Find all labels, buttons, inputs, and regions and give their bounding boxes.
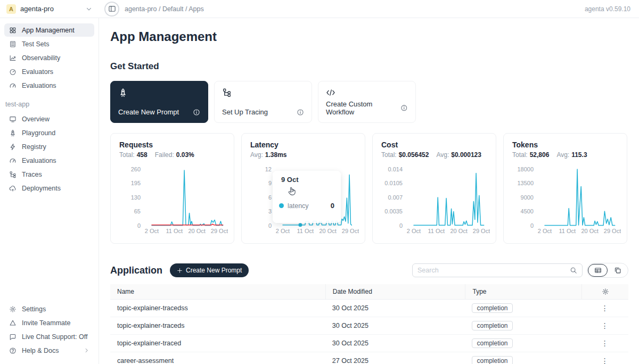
info-icon[interactable] [297, 109, 304, 116]
sidebar-item-observability[interactable]: Observability [4, 51, 94, 64]
table-row-career-assessment[interactable]: career-assessment 27 Oct 2025 completion… [110, 352, 628, 364]
column-header-name[interactable]: Name [110, 284, 325, 299]
get-started-card-create-custom-workflow[interactable]: Create Custom Workflow [318, 81, 416, 123]
main-content: App Management Get Started Create New Pr… [100, 18, 639, 364]
svg-text:0.007: 0.007 [388, 194, 403, 201]
row-actions-menu[interactable]: ⋮ [601, 357, 609, 364]
sidebar-item-invite-teammate[interactable]: Invite Teammate [4, 316, 94, 329]
metric-chart[interactable]: 0651301952602 Oct11 Oct20 Oct29 Oct [119, 161, 228, 236]
get-started-card-create-new-prompt[interactable]: Create New Prompt [110, 81, 208, 123]
sidebar-item-traces[interactable]: Traces [4, 168, 94, 181]
metric-chart[interactable]: 00.00350.0070.01050.0142 Oct11 Oct20 Oct… [381, 161, 490, 236]
svg-text:195: 195 [131, 180, 141, 186]
sidebar-item-playground[interactable]: Playground [4, 126, 94, 139]
sidebar-item-overview[interactable]: Overview [4, 112, 94, 126]
svg-text:6: 6 [268, 194, 272, 201]
sidebar-item-registry[interactable]: Registry [4, 140, 94, 153]
svg-text:0: 0 [399, 222, 403, 229]
svg-text:2 Oct: 2 Oct [407, 228, 421, 234]
series-dot [279, 203, 284, 208]
metric-stat: Total:$0.056452 [381, 151, 429, 159]
svg-text:18000: 18000 [517, 166, 534, 172]
table-header-row: Name Date Modified Type [110, 284, 628, 300]
column-header-type[interactable]: Type [465, 284, 581, 299]
sidebar-item-deployments[interactable]: Deployments [4, 181, 94, 195]
svg-text:0: 0 [137, 222, 141, 229]
sidebar-item-evaluations[interactable]: Evaluations [4, 154, 94, 167]
svg-text:20 Oct: 20 Oct [450, 228, 467, 234]
card-view-button[interactable] [608, 264, 627, 277]
svg-text:29 Oct: 29 Oct [604, 228, 621, 234]
svg-text:0: 0 [530, 222, 534, 229]
table-view-icon [594, 267, 602, 274]
svg-text:12: 12 [265, 166, 272, 172]
metric-stats: Total:52,806Avg:115.3 [512, 151, 618, 159]
svg-text:130: 130 [131, 194, 141, 201]
svg-text:0: 0 [268, 222, 272, 229]
sidebar-item-live-chat-support-off[interactable]: Live Chat Support: Off [4, 330, 94, 343]
sidebar-item-help-docs[interactable]: Help & Docs [4, 344, 94, 357]
table-body: topic-explainer-tracedss 30 Oct 2025 com… [110, 300, 628, 364]
row-actions-menu[interactable]: ⋮ [601, 304, 609, 312]
sidebar-toggle-button[interactable] [104, 2, 119, 16]
help-icon [9, 347, 17, 354]
workspace-selector[interactable]: A agenta-pro [0, 4, 99, 14]
table-row-topic-explainer-traced[interactable]: topic-explainer-traced 30 Oct 2025 compl… [110, 335, 628, 352]
column-header-date-modified[interactable]: Date Modified [325, 284, 465, 299]
chevron-right-icon [84, 348, 89, 353]
table-row-topic-explainer-traceds[interactable]: topic-explainer-traceds 30 Oct 2025 comp… [110, 317, 628, 335]
rocket-icon [118, 88, 128, 97]
search-input[interactable] [417, 267, 570, 274]
metric-stat: Avg:$0.000123 [436, 151, 481, 159]
grid-icon [9, 27, 17, 34]
info-icon[interactable] [400, 104, 408, 112]
metric-chart[interactable]: 04500900013500180002 Oct11 Oct20 Oct29 O… [512, 161, 621, 236]
sidebar-item-evaluators[interactable]: Evaluators [4, 65, 94, 78]
svg-text:260: 260 [131, 166, 141, 172]
svg-text:20 Oct: 20 Oct [319, 228, 336, 234]
type-badge: completion [472, 321, 512, 330]
svg-text:3: 3 [268, 208, 272, 214]
svg-text:11 Oct: 11 Oct [428, 228, 445, 234]
code-icon [326, 88, 335, 97]
search-icon[interactable] [570, 267, 577, 274]
table-row-topic-explainer-tracedss[interactable]: topic-explainer-tracedss 30 Oct 2025 com… [110, 300, 628, 317]
svg-text:0.0105: 0.0105 [384, 180, 403, 186]
svg-text:29 Oct: 29 Oct [211, 228, 228, 234]
svg-text:2 Oct: 2 Oct [276, 228, 290, 234]
metric-stat: Avg:115.3 [556, 151, 587, 159]
sidebar-item-settings[interactable]: Settings [4, 302, 94, 316]
row-actions-menu[interactable]: ⋮ [601, 321, 609, 330]
metric-stat: Failed:0.03% [155, 151, 194, 159]
svg-text:29 Oct: 29 Oct [342, 228, 359, 234]
type-badge: completion [472, 338, 512, 348]
gear-icon[interactable] [602, 288, 609, 295]
table-view-button[interactable] [588, 264, 608, 277]
apps-table: Name Date Modified Type topic-explainer-… [110, 284, 628, 364]
info-icon[interactable] [193, 109, 200, 116]
sidebar-item-app-management[interactable]: App Management [4, 23, 94, 37]
application-header: Application Create New Prompt [110, 263, 628, 278]
svg-text:9000: 9000 [521, 194, 534, 201]
svg-text:2 Oct: 2 Oct [538, 228, 552, 234]
metric-stats: Total:$0.056452Avg:$0.000123 [381, 151, 487, 159]
svg-text:20 Oct: 20 Oct [581, 228, 598, 234]
sidebar: App Management Test Sets Observability E… [0, 18, 99, 364]
test-sets-icon [9, 40, 17, 48]
get-started-heading: Get Started [110, 61, 628, 72]
metric-stat: Total:52,806 [512, 151, 549, 159]
sidebar-item-evaluations[interactable]: Evaluations [4, 79, 94, 92]
bolt-icon [9, 143, 17, 151]
create-new-prompt-button[interactable]: Create New Prompt [170, 263, 249, 277]
plus-icon [177, 268, 183, 274]
chart-tooltip: 9 Oct latency 0 [273, 171, 341, 223]
get-started-card-set-up-tracing[interactable]: Set Up Tracing [214, 81, 312, 123]
workspace-name: agenta-pro [20, 5, 54, 13]
svg-text:29 Oct: 29 Oct [473, 228, 490, 234]
svg-text:13500: 13500 [517, 180, 534, 186]
svg-text:2 Oct: 2 Oct [145, 228, 159, 234]
svg-text:9: 9 [268, 180, 272, 186]
row-actions-menu[interactable]: ⋮ [601, 339, 609, 348]
sidebar-item-test-sets[interactable]: Test Sets [4, 37, 94, 51]
svg-text:4500: 4500 [521, 208, 534, 214]
